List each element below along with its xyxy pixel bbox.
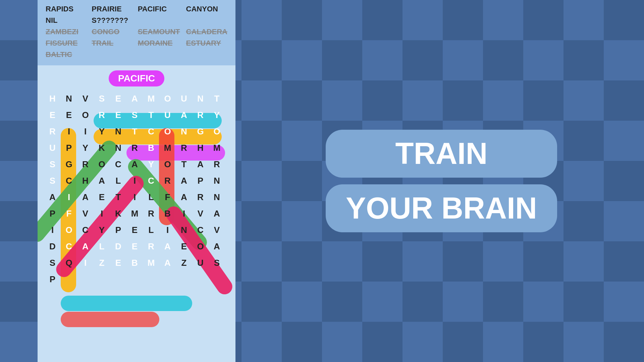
grid-cell-3-7[interactable]: M <box>159 140 176 156</box>
grid-cell-5-9[interactable]: P <box>192 173 209 189</box>
grid-cell-1-2[interactable]: O <box>77 107 94 123</box>
grid-cell-10-2[interactable]: Z <box>94 255 110 271</box>
grid-cell-4-4[interactable]: C <box>110 156 126 173</box>
grid-cell-6-3[interactable]: T <box>110 189 126 205</box>
grid-cell-1-9[interactable]: R <box>192 107 209 123</box>
grid-cell-2-10[interactable]: O <box>209 123 225 140</box>
grid-cell-8-5[interactable]: L <box>143 222 159 238</box>
grid-cell-7-8[interactable]: V <box>192 205 209 222</box>
grid-cell-6-8[interactable]: R <box>192 189 209 205</box>
grid-cell-6-6[interactable]: F <box>159 189 176 205</box>
grid-cell-3-0[interactable]: U <box>44 140 61 156</box>
grid-cell-3-4[interactable]: N <box>110 140 126 156</box>
grid-cell-1-7[interactable]: U <box>159 107 176 123</box>
grid-cell-8-7[interactable]: N <box>176 222 192 238</box>
grid-cell-10-0[interactable]: Q <box>61 255 77 271</box>
grid-cell-8-2[interactable]: Y <box>94 222 110 238</box>
grid-cell-9-10[interactable]: S <box>44 255 61 271</box>
grid-cell-2-8[interactable]: N <box>176 123 192 140</box>
grid-cell-9-3[interactable]: D <box>110 238 126 255</box>
grid-cell-10-3[interactable]: E <box>110 255 126 271</box>
grid-cell-8-9[interactable]: V <box>209 222 225 238</box>
grid-cell-9-5[interactable]: R <box>143 238 159 255</box>
grid-cell-5-3[interactable]: A <box>94 173 110 189</box>
grid-cell-2-2[interactable]: I <box>77 123 94 140</box>
grid-cell-10-10[interactable]: P <box>44 271 61 288</box>
grid-cell-3-1[interactable]: P <box>61 140 77 156</box>
grid-cell-7-6[interactable]: B <box>159 205 176 222</box>
grid-cell-0-7[interactable]: O <box>159 90 176 107</box>
grid-cell-4-3[interactable]: O <box>94 156 110 173</box>
grid-cell-4-10[interactable]: R <box>209 156 225 173</box>
grid-cell-5-4[interactable]: L <box>110 173 126 189</box>
grid-cell-8-0[interactable]: O <box>61 222 77 238</box>
grid-cell-6-9[interactable]: N <box>209 189 225 205</box>
grid-cell-9-4[interactable]: E <box>126 238 143 255</box>
grid-cell-1-0[interactable]: E <box>44 107 61 123</box>
grid-cell-6-7[interactable]: A <box>176 189 192 205</box>
grid-cell-9-2[interactable]: L <box>94 238 110 255</box>
grid-cell-3-9[interactable]: H <box>192 140 209 156</box>
grid-cell-2-7[interactable]: O <box>159 123 176 140</box>
grid-cell-7-9[interactable]: A <box>209 205 225 222</box>
grid-cell-0-3[interactable]: S <box>94 90 110 107</box>
grid-cell-1-4[interactable]: E <box>110 107 126 123</box>
grid-cell-7-1[interactable]: V <box>77 205 94 222</box>
grid-cell-7-0[interactable]: F <box>61 205 77 222</box>
grid-cell-9-1[interactable]: A <box>77 238 94 255</box>
grid-cell-5-5[interactable]: I <box>126 173 143 189</box>
grid-cell-10-5[interactable]: M <box>143 255 159 271</box>
grid-cell-1-1[interactable]: E <box>61 107 77 123</box>
grid-cell-5-11[interactable]: A <box>44 189 61 205</box>
grid-cell-6-10[interactable]: P <box>44 205 61 222</box>
grid-cell-1-3[interactable]: R <box>94 107 110 123</box>
grid-cell-6-1[interactable]: A <box>77 189 94 205</box>
grid-cell-10-9[interactable]: S <box>209 255 225 271</box>
grid-cell-4-9[interactable]: A <box>192 156 209 173</box>
grid-cell-6-0[interactable]: I <box>61 189 77 205</box>
grid-cell-6-4[interactable]: I <box>126 189 143 205</box>
grid-cell-5-8[interactable]: A <box>176 173 192 189</box>
grid-cell-9-9[interactable]: A <box>209 238 225 255</box>
grid-cell-1-10[interactable]: Y <box>209 107 225 123</box>
grid-cell-1-5[interactable]: S <box>126 107 143 123</box>
grid-cell-5-6[interactable]: C <box>143 173 159 189</box>
grid-cell-8-3[interactable]: P <box>110 222 126 238</box>
grid-cell-0-2[interactable]: V <box>77 90 94 107</box>
grid-cell-8-6[interactable]: I <box>159 222 176 238</box>
grid-cell-8-10[interactable]: D <box>44 238 61 255</box>
grid-cell-0-8[interactable]: U <box>176 90 192 107</box>
grid-cell-5-2[interactable]: H <box>77 173 94 189</box>
grid-cell-0-6[interactable]: M <box>143 90 159 107</box>
grid-cell-6-2[interactable]: E <box>94 189 110 205</box>
grid-cell-0-0[interactable]: H <box>44 90 61 107</box>
grid-cell-7-3[interactable]: K <box>110 205 126 222</box>
grid-cell-3-5[interactable]: R <box>126 140 143 156</box>
grid-cell-2-0[interactable]: R <box>44 123 61 140</box>
grid-cell-4-8[interactable]: T <box>176 156 192 173</box>
grid-cell-9-0[interactable]: C <box>61 238 77 255</box>
grid-cell-4-7[interactable]: O <box>159 156 176 173</box>
grid-cell-3-8[interactable]: R <box>176 140 192 156</box>
grid-cell-1-8[interactable]: A <box>176 107 192 123</box>
grid-cell-10-1[interactable]: I <box>77 255 94 271</box>
grid-cell-8-4[interactable]: E <box>126 222 143 238</box>
grid-cell-2-1[interactable]: I <box>61 123 77 140</box>
grid-cell-7-4[interactable]: M <box>126 205 143 222</box>
grid-cell-3-2[interactable]: Y <box>77 140 94 156</box>
grid-cell-4-0[interactable]: S <box>44 156 61 173</box>
grid-cell-7-7[interactable]: I <box>176 205 192 222</box>
grid-cell-5-10[interactable]: N <box>209 173 225 189</box>
grid-cell-2-9[interactable]: G <box>192 123 209 140</box>
grid-cell-9-7[interactable]: E <box>176 238 192 255</box>
grid-cell-9-8[interactable]: O <box>192 238 209 255</box>
grid-cell-3-6[interactable]: B <box>143 140 159 156</box>
grid-cell-3-3[interactable]: K <box>94 140 110 156</box>
grid-cell-2-4[interactable]: N <box>110 123 126 140</box>
grid-cell-4-1[interactable]: G <box>61 156 77 173</box>
grid-cell-8-1[interactable]: C <box>77 222 94 238</box>
grid-cell-2-5[interactable]: T <box>126 123 143 140</box>
grid-cell-5-7[interactable]: R <box>159 173 176 189</box>
grid-cell-2-6[interactable]: C <box>143 123 159 140</box>
grid-cell-3-10[interactable]: M <box>209 140 225 156</box>
